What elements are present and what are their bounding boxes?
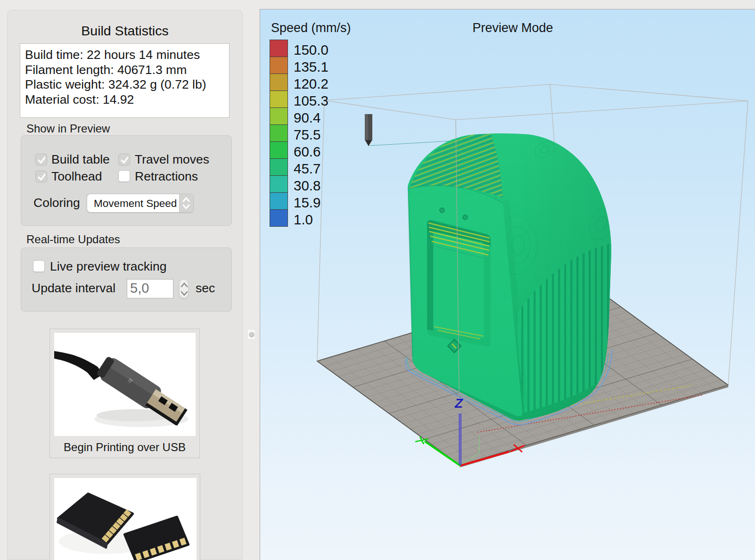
- svg-text:Z: Z: [454, 396, 463, 411]
